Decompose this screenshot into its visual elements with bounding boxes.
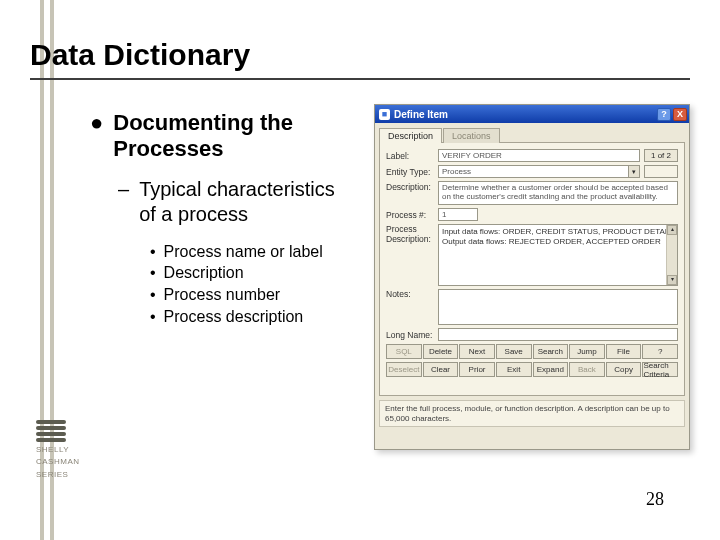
label-long-name: Long Name: [386,330,434,340]
copy-button[interactable]: Copy [606,362,642,377]
exit-button[interactable]: Exit [496,362,532,377]
record-counter: 1 of 2 [644,149,678,162]
bullet-level1: ● Documenting the Processes [90,110,350,163]
logo-text-line: CASHMAN [36,458,86,467]
process-desc-line: Input data flows: ORDER, CREDIT STATUS, … [442,227,674,237]
tab-description[interactable]: Description [379,128,442,143]
label-notes: Notes: [386,289,434,325]
clear-button[interactable]: Clear [423,362,459,377]
bullet-level2: – Typical characteristics of a process [118,177,350,227]
slide-content: ● Documenting the Processes – Typical ch… [90,110,350,327]
help-button[interactable]: ? [657,108,671,121]
bullet-dot-small: • [150,284,156,306]
close-button[interactable]: X [673,108,687,121]
save-button[interactable]: Save [496,344,532,359]
bullet-level3-text: Process description [164,306,304,328]
scroll-down-icon[interactable]: ▾ [667,275,677,285]
chevron-down-icon[interactable]: ▾ [628,165,640,178]
bullet-dot: ● [90,110,103,163]
jump-button[interactable]: Jump [569,344,605,359]
tab-pane: Label: VERIFY ORDER 1 of 2 Entity Type: … [379,142,685,396]
bullet-dash: – [118,177,129,227]
bullet-dot-small: • [150,306,156,328]
logo-bars [36,420,66,442]
scroll-up-icon[interactable]: ▴ [667,225,677,235]
entity-type-value: Process [438,165,628,178]
entity-aux-field[interactable] [644,165,678,178]
bullet-level3: • Process description [150,306,350,328]
delete-button[interactable]: Delete [423,344,459,359]
tab-locations[interactable]: Locations [443,128,500,143]
bullet-level3: • Description [150,262,350,284]
page-number: 28 [646,489,664,510]
deselect-button[interactable]: Deselect [386,362,422,377]
label-entity-type: Entity Type: [386,167,434,177]
scrollbar[interactable]: ▴ ▾ [666,225,677,285]
bullet-level3: • Process name or label [150,241,350,263]
description-field[interactable]: Determine whether a customer order shoul… [438,181,678,205]
file-button[interactable]: File [606,344,642,359]
notes-field[interactable] [438,289,678,325]
window-app-icon: ■ [379,109,390,120]
label-process-number: Process #: [386,210,434,220]
entity-type-combo[interactable]: Process ▾ [438,165,640,178]
long-name-field[interactable] [438,328,678,341]
bullet-level3-text: Process number [164,284,281,306]
window-titlebar[interactable]: ■ Define Item ? X [375,105,689,123]
bullet-level3-text: Process name or label [164,241,323,263]
process-desc-line: Output data flows: REJECTED ORDER, ACCEP… [442,237,674,247]
search-button[interactable]: Search [533,344,569,359]
status-bar: Enter the full process, module, or funct… [379,400,685,427]
slide-title: Data Dictionary [30,38,250,72]
bullet-dot-small: • [150,262,156,284]
label-process-description: Process Description: [386,224,434,286]
window-title: Define Item [394,109,448,120]
label-description: Description: [386,181,434,205]
back-button[interactable]: Back [569,362,605,377]
process-number-field[interactable]: 1 [438,208,478,221]
bullet-level2-text: Typical characteristics of a process [139,177,350,227]
title-underline [30,78,690,80]
logo-text-line: SHELLY [36,446,86,455]
--button[interactable]: ? [642,344,678,359]
button-row-2: DeselectClearPriorExitExpandBackCopySear… [386,362,678,377]
series-logo: SHELLY CASHMAN SERIES [36,420,86,480]
sql-button[interactable]: SQL [386,344,422,359]
search-criteria-button[interactable]: Search Criteria [642,362,678,377]
process-description-field[interactable]: Input data flows: ORDER, CREDIT STATUS, … [438,224,678,286]
logo-text-line: SERIES [36,471,86,480]
label-label: Label: [386,151,434,161]
bullet-level3: • Process number [150,284,350,306]
tab-strip: Description Locations [379,127,685,142]
next-button[interactable]: Next [459,344,495,359]
button-row-1: SQLDeleteNextSaveSearchJumpFile? [386,344,678,359]
bullet-dot-small: • [150,241,156,263]
bullet-level1-text: Documenting the Processes [113,110,350,163]
label-field[interactable]: VERIFY ORDER [438,149,640,162]
define-item-window: ■ Define Item ? X Description Locations … [374,104,690,450]
prior-button[interactable]: Prior [459,362,495,377]
bullet-level3-text: Description [164,262,244,284]
expand-button[interactable]: Expand [533,362,569,377]
